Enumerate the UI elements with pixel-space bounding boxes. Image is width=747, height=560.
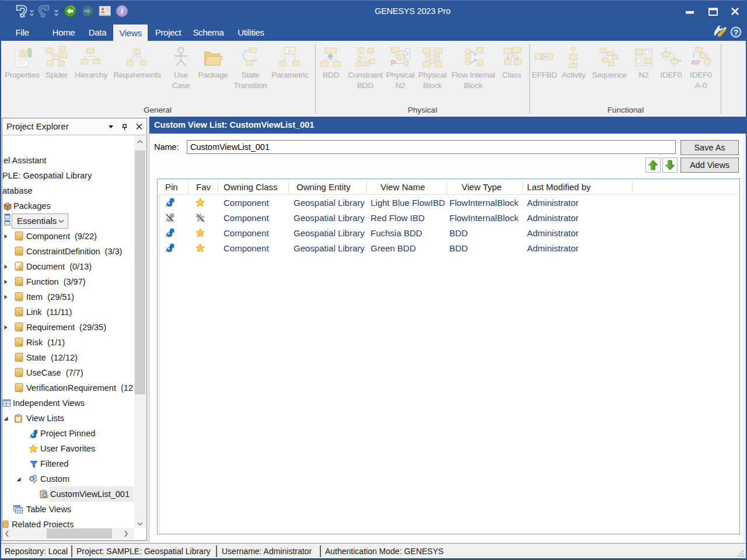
svg-text:P: P bbox=[391, 58, 396, 67]
svg-text:i: i bbox=[121, 7, 123, 16]
svg-text:fx: fx bbox=[288, 48, 292, 54]
svg-text:A0: A0 bbox=[691, 59, 699, 66]
svg-text:?: ? bbox=[734, 28, 738, 37]
